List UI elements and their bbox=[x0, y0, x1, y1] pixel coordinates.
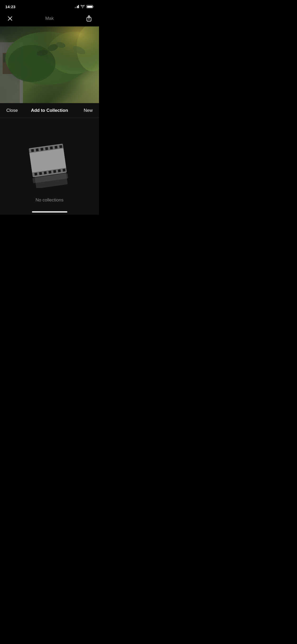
svg-rect-13 bbox=[0, 26, 99, 103]
svg-rect-25 bbox=[50, 146, 53, 149]
share-button[interactable] bbox=[84, 14, 94, 23]
close-x-button[interactable] bbox=[5, 14, 15, 23]
wifi-icon bbox=[81, 5, 85, 8]
battery-icon bbox=[86, 5, 94, 8]
close-button[interactable]: Close bbox=[6, 106, 22, 115]
status-icons bbox=[75, 5, 94, 8]
collection-toolbar: Close Add to Collection New bbox=[0, 103, 99, 118]
svg-rect-21 bbox=[31, 149, 34, 152]
svg-rect-24 bbox=[45, 147, 48, 150]
svg-rect-35 bbox=[63, 169, 65, 172]
svg-rect-22 bbox=[36, 148, 39, 151]
status-time: 14:23 bbox=[5, 4, 15, 9]
svg-rect-26 bbox=[54, 146, 57, 149]
svg-rect-27 bbox=[59, 145, 62, 148]
new-collection-button[interactable]: New bbox=[77, 106, 93, 115]
no-collections-label: No collections bbox=[36, 197, 64, 203]
status-bar: 14:23 bbox=[0, 0, 99, 12]
nav-bar: Mak bbox=[0, 12, 99, 26]
toolbar-title: Add to Collection bbox=[31, 108, 68, 113]
film-collection-icon bbox=[23, 140, 76, 188]
svg-rect-32 bbox=[48, 171, 51, 173]
empty-state: No collections bbox=[23, 118, 76, 215]
svg-rect-34 bbox=[58, 169, 61, 172]
photo-preview bbox=[0, 26, 99, 103]
svg-rect-23 bbox=[40, 148, 43, 151]
svg-rect-31 bbox=[44, 171, 46, 174]
svg-rect-33 bbox=[53, 170, 56, 173]
home-indicator bbox=[32, 211, 67, 213]
svg-rect-29 bbox=[34, 173, 37, 176]
content-area: No collections bbox=[0, 118, 99, 215]
nav-title: Mak bbox=[45, 16, 54, 21]
svg-rect-30 bbox=[39, 172, 42, 175]
signal-icon bbox=[75, 5, 79, 8]
